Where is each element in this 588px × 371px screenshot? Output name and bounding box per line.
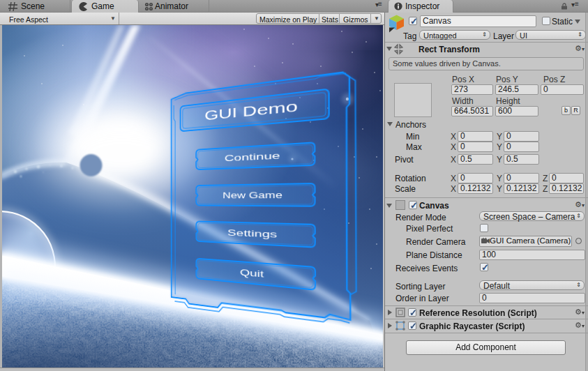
- svg-text:New Game: New Game: [223, 190, 282, 200]
